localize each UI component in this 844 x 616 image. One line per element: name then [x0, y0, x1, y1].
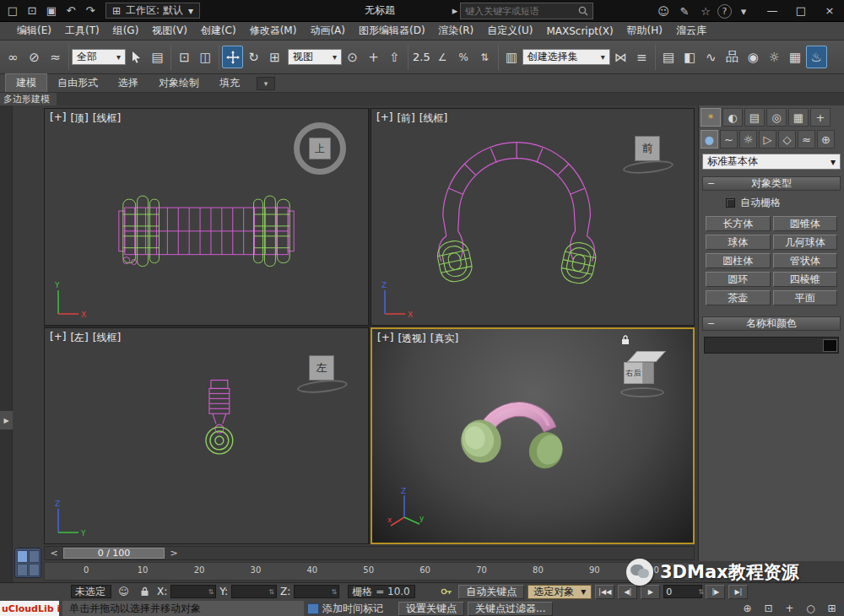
viewport-front[interactable]: [+] [前] [线框]: [371, 108, 695, 326]
menu-liuyunku[interactable]: 溜云库: [669, 24, 713, 38]
ribbon-tab-freeform[interactable]: 自由形式: [47, 74, 108, 92]
spacewarps-category-icon[interactable]: ≈: [798, 130, 815, 149]
spinner-icon[interactable]: ⇅: [698, 588, 704, 596]
viewcube-gizmo[interactable]: 上: [309, 138, 331, 159]
ribbon-tab-populate[interactable]: 填充: [209, 74, 250, 92]
cylinder-button[interactable]: 圆柱体: [706, 253, 771, 268]
schematic-view-icon[interactable]: 品: [722, 46, 743, 68]
lights-category-icon[interactable]: ☼: [739, 130, 757, 149]
spinner-icon[interactable]: ⇅: [208, 588, 214, 596]
track-bar[interactable]: 0 10 20 30 40 50 60 70 80 90 100: [44, 562, 695, 581]
box-button[interactable]: 长方体: [706, 216, 771, 231]
viewport-left[interactable]: [+] [左] [线框]: [44, 327, 369, 544]
align-icon[interactable]: ≡: [631, 46, 652, 68]
menu-views[interactable]: 视图(V): [145, 24, 194, 38]
menu-graph-editors[interactable]: 图形编辑器(D): [352, 24, 432, 38]
set-key-button[interactable]: 设置关键点: [398, 602, 464, 616]
tube-button[interactable]: 管状体: [773, 253, 838, 268]
rectangular-region-icon[interactable]: ⊡: [174, 46, 195, 68]
menu-help[interactable]: 帮助(H): [620, 24, 669, 38]
menu-tools[interactable]: 工具(T): [58, 24, 106, 38]
key-mode-icon[interactable]: [437, 585, 455, 599]
x-coordinate-input[interactable]: [173, 586, 205, 597]
menu-animation[interactable]: 动画(A): [303, 24, 352, 38]
spinner-snap-icon[interactable]: ⇅: [474, 46, 495, 68]
viewcube-side-face[interactable]: [643, 362, 654, 384]
render-setup-icon[interactable]: ☼: [764, 46, 785, 68]
search-box[interactable]: [460, 3, 593, 19]
viewcube-top-face[interactable]: [627, 351, 666, 362]
shapes-category-icon[interactable]: ~: [720, 130, 738, 149]
bind-to-spacewarp-icon[interactable]: ≈: [45, 46, 66, 68]
new-scene-icon[interactable]: □: [3, 3, 22, 19]
motion-tab-icon[interactable]: ◎: [766, 108, 787, 127]
spinner-icon[interactable]: ⇅: [332, 588, 338, 596]
viewport-top[interactable]: [+] [顶] [线框]: [44, 108, 369, 326]
geometry-category-icon[interactable]: ●: [701, 130, 718, 149]
time-mark-icon[interactable]: [307, 603, 319, 614]
layer-manager-icon[interactable]: ▤: [658, 46, 679, 68]
viewcube-compass-ring[interactable]: 上: [294, 122, 346, 175]
window-crossing-icon[interactable]: ◫: [195, 46, 216, 68]
pan-icon[interactable]: +: [781, 602, 798, 616]
close-button[interactable]: ×: [815, 0, 844, 21]
time-slider[interactable]: < 0 / 100 >: [44, 546, 695, 560]
object-type-rollout[interactable]: − 对象类型: [702, 176, 841, 191]
named-selection-sets-dropdown[interactable]: 创建选择集▾: [522, 49, 610, 65]
search-input[interactable]: [465, 6, 574, 17]
pyramid-button[interactable]: 四棱锥: [773, 272, 838, 287]
sphere-button[interactable]: 球体: [706, 235, 771, 250]
z-coordinate-input[interactable]: [296, 586, 328, 597]
select-and-rotate-icon[interactable]: ↻: [243, 46, 264, 68]
viewcube-front-face[interactable]: 右后: [624, 362, 643, 384]
play-button[interactable]: ▶: [641, 585, 660, 599]
orbit-icon[interactable]: ○: [802, 602, 820, 616]
hierarchy-tab-icon[interactable]: ▤: [744, 108, 765, 127]
workspace-selector[interactable]: ⊞ 工作区: 默认 ▾: [106, 3, 200, 19]
viewport-shading-button[interactable]: [真实]: [430, 332, 458, 346]
keyboard-override-icon[interactable]: ⇧: [384, 46, 405, 68]
menu-modifiers[interactable]: 修改器(M): [243, 24, 304, 38]
material-editor-icon[interactable]: ◉: [743, 46, 764, 68]
utilities-tab-icon[interactable]: +: [810, 108, 830, 127]
help-icon[interactable]: ?: [717, 4, 732, 19]
viewport-menu-button[interactable]: [+]: [376, 111, 392, 126]
viewport-menu-button[interactable]: [+]: [50, 331, 66, 345]
viewport-layout-icon[interactable]: [14, 548, 41, 578]
use-pivot-center-icon[interactable]: ⊙: [342, 46, 363, 68]
geosphere-button[interactable]: 几何球体: [773, 235, 838, 250]
rendered-frame-icon[interactable]: ▦: [785, 46, 806, 68]
viewcube-gizmo[interactable]: 左: [309, 355, 334, 381]
next-key-button[interactable]: |▶: [706, 585, 725, 599]
ribbon-tab-object-paint[interactable]: 对象绘制: [149, 74, 209, 92]
select-object-icon[interactable]: [126, 46, 147, 68]
viewport-view-button[interactable]: [顶]: [70, 111, 88, 126]
autogrid-checkbox[interactable]: [726, 198, 735, 208]
modify-tab-icon[interactable]: ◐: [722, 108, 743, 127]
viewport-view-button[interactable]: [左]: [70, 331, 88, 345]
key-filters-button[interactable]: 关键点过滤器...: [468, 602, 553, 616]
save-file-icon[interactable]: ▣: [42, 3, 61, 19]
viewport-view-button[interactable]: [透视]: [398, 332, 425, 346]
primitive-category-dropdown[interactable]: 标准基本体 ▾: [702, 154, 841, 170]
auto-key-button[interactable]: 自动关键点: [458, 585, 524, 599]
ribbon-minimize-icon[interactable]: ▾: [257, 77, 275, 90]
y-coordinate-input[interactable]: [234, 586, 266, 597]
systems-category-icon[interactable]: ⊕: [817, 130, 835, 149]
object-name-field[interactable]: [704, 337, 839, 354]
name-color-rollout[interactable]: − 名称和颜色: [702, 316, 841, 331]
selection-filter-dropdown[interactable]: 全部▾: [72, 49, 126, 65]
previous-frame-arrow[interactable]: <: [48, 547, 60, 559]
menu-group[interactable]: 组(G): [106, 24, 146, 38]
zoom-all-icon[interactable]: ⊡: [760, 602, 777, 616]
spinner-icon[interactable]: ⇅: [268, 588, 274, 596]
viewport-menu-button[interactable]: [+]: [377, 332, 393, 346]
time-slider-handle[interactable]: 0 / 100: [63, 548, 165, 559]
cameras-category-icon[interactable]: ▷: [759, 130, 776, 149]
ribbon-tab-modeling[interactable]: 建模: [5, 73, 47, 92]
maximize-button[interactable]: □: [787, 0, 815, 21]
scene-explorer-collapsed-strip[interactable]: [0, 105, 13, 582]
selection-lock-icon[interactable]: [136, 585, 154, 599]
selected-object-dropdown[interactable]: 选定对象 ▾: [528, 585, 592, 599]
sign-in-icon[interactable]: ☺: [654, 3, 673, 19]
